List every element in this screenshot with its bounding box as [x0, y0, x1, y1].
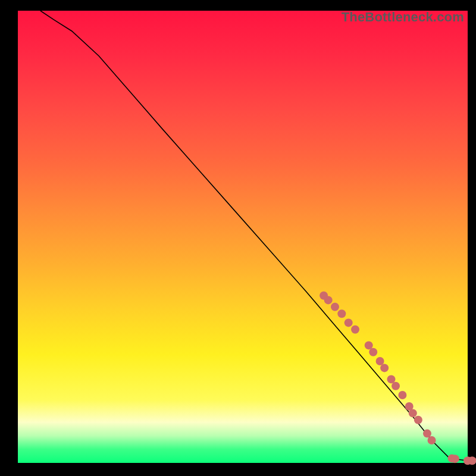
data-marker: [428, 436, 436, 444]
data-marker: [351, 325, 359, 334]
chart-frame: TheBottleneck.com: [0, 0, 476, 476]
data-marker: [468, 456, 476, 465]
data-marker: [414, 416, 422, 424]
data-marker: [331, 303, 339, 311]
data-marker: [409, 409, 417, 417]
data-marker: [398, 391, 406, 399]
chart-svg: [18, 11, 468, 463]
data-marker: [451, 455, 459, 463]
marker-layer: [320, 292, 476, 465]
data-marker: [376, 357, 384, 365]
data-marker: [324, 296, 333, 304]
data-marker: [337, 309, 346, 318]
data-marker: [392, 382, 400, 390]
data-marker: [380, 364, 389, 372]
data-marker: [369, 348, 377, 356]
data-marker: [423, 430, 431, 438]
plot-area: TheBottleneck.com: [18, 11, 468, 463]
data-marker: [345, 318, 353, 327]
data-marker: [387, 375, 395, 383]
data-marker: [365, 341, 373, 349]
